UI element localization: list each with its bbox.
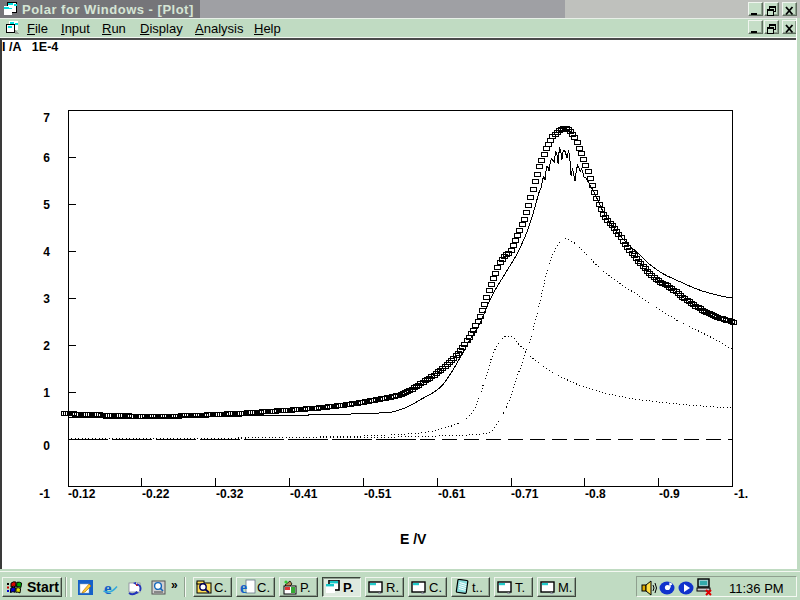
svg-text:e: e <box>240 579 247 596</box>
svg-text:e: e <box>104 580 112 596</box>
